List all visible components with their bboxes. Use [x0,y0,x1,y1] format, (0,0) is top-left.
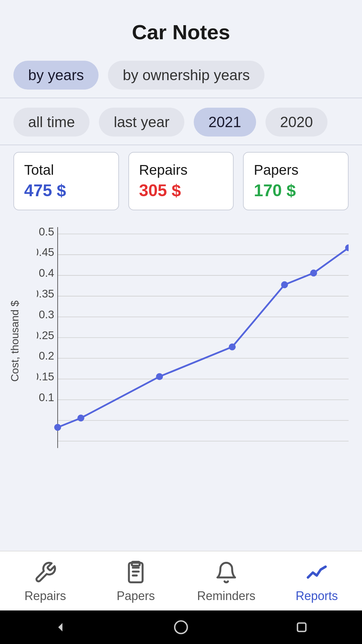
card-papers-label: Papers [254,162,338,178]
svg-text:0.15: 0.15 [37,370,54,383]
svg-text:0.1: 0.1 [39,391,54,404]
svg-text:0.3: 0.3 [39,308,54,321]
reports-icon [305,561,328,586]
svg-text:0.4: 0.4 [39,267,54,279]
papers-icon [124,561,147,586]
pill-last-year[interactable]: last year [99,108,184,137]
card-papers-value: 170 $ [254,181,338,200]
pill-by-years[interactable]: by years [13,61,99,90]
back-button[interactable] [47,614,74,641]
nav-repairs[interactable]: Repairs [0,551,90,610]
nav-papers[interactable]: Papers [90,551,181,610]
nav-reports[interactable]: Reports [272,551,362,610]
line-chart: 0.5 0.45 0.4 0.35 0.3 0.25 0.2 0.15 0.1 [37,227,349,462]
filter-row-2: all time last year 2021 2020 [0,98,362,145]
svg-point-29 [281,281,288,288]
card-repairs: Repairs 305 $ [128,152,234,210]
svg-marker-37 [58,623,63,632]
chart-y-label: Cost, thousand $ [9,224,21,459]
card-total-value: 475 $ [24,181,108,200]
svg-point-26 [77,415,84,422]
pill-2021[interactable]: 2021 [194,108,256,137]
pill-by-ownership-years[interactable]: by ownership years [108,61,264,90]
android-nav-bar [0,610,362,644]
card-total-label: Total [24,162,108,178]
nav-repairs-label: Repairs [24,589,66,603]
nav-papers-label: Papers [117,589,155,603]
recents-button[interactable] [288,614,315,641]
nav-reminders[interactable]: Reminders [181,551,272,610]
svg-text:0.2: 0.2 [39,350,54,362]
svg-text:0.45: 0.45 [37,246,54,259]
svg-text:0.25: 0.25 [37,329,54,341]
svg-text:0.5: 0.5 [39,227,54,238]
card-total: Total 475 $ [13,152,119,210]
svg-point-27 [156,373,163,380]
svg-point-28 [229,343,236,351]
svg-point-30 [310,270,317,277]
pill-2020[interactable]: 2020 [265,108,328,137]
bell-icon [215,561,238,586]
card-papers: Papers 170 $ [243,152,349,210]
nav-reports-label: Reports [296,589,338,603]
bottom-nav: Repairs Papers Reminders R [0,551,362,610]
pill-all-time[interactable]: all time [13,108,89,137]
svg-point-38 [175,621,187,634]
summary-cards: Total 475 $ Repairs 305 $ Papers 170 $ [0,145,362,214]
wrench-icon [34,561,57,586]
svg-point-25 [54,424,61,431]
chart-container: Cost, thousand $ 0.5 0.45 0.4 0.35 0.3 0… [7,224,355,459]
page-title: Car Notes [132,20,230,44]
home-button[interactable] [168,614,194,641]
nav-reminders-label: Reminders [197,589,255,603]
filter-row-1: by years by ownership years [0,54,362,98]
svg-rect-39 [298,623,306,632]
card-repairs-value: 305 $ [139,181,223,200]
card-repairs-label: Repairs [139,162,223,178]
header: Car Notes [0,0,362,54]
svg-text:0.35: 0.35 [37,287,54,300]
